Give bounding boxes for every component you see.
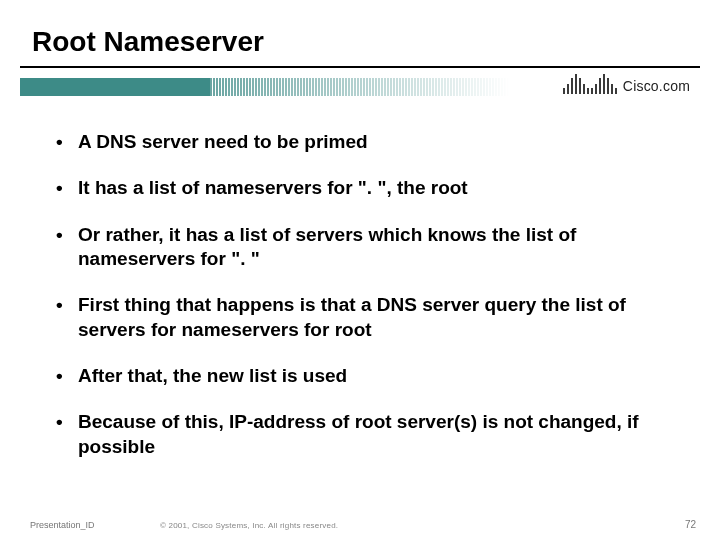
logo-bar — [615, 88, 617, 94]
logo-bar — [575, 74, 577, 94]
presentation-id: Presentation_ID — [30, 520, 95, 530]
slide-title: Root Nameserver — [32, 26, 264, 58]
logo-bar — [603, 74, 605, 94]
logo-bar — [579, 78, 581, 94]
bullet-list: A DNS server need to be primedIt has a l… — [56, 130, 666, 459]
slide: Root Nameserver Cisco.com A DNS server n… — [0, 0, 720, 540]
copyright-text: © 2001, Cisco Systems, Inc. All rights r… — [160, 521, 338, 530]
logo-bar — [563, 88, 565, 94]
logo-bar — [583, 84, 585, 94]
bullet-item: First thing that happens is that a DNS s… — [56, 293, 666, 342]
cisco-logo-bars-icon — [563, 74, 617, 94]
page-number: 72 — [685, 519, 696, 530]
bullet-item: Or rather, it has a list of servers whic… — [56, 223, 666, 272]
brand-band-solid — [20, 78, 210, 96]
content-area: A DNS server need to be primedIt has a l… — [56, 130, 666, 481]
logo-bar — [587, 88, 589, 94]
logo-bar — [567, 84, 569, 94]
cisco-logo-text: Cisco.com — [623, 78, 690, 94]
bullet-item: After that, the new list is used — [56, 364, 666, 388]
logo-bar — [611, 84, 613, 94]
logo-bar — [599, 78, 601, 94]
title-underline — [20, 66, 700, 68]
logo-bar — [595, 84, 597, 94]
logo-bar — [591, 88, 593, 94]
logo-bar — [571, 78, 573, 94]
bullet-item: It has a list of nameservers for ". ", t… — [56, 176, 666, 200]
footer: Presentation_ID © 2001, Cisco Systems, I… — [0, 512, 720, 530]
bullet-item: Because of this, IP-address of root serv… — [56, 410, 666, 459]
logo-bar — [607, 78, 609, 94]
bullet-item: A DNS server need to be primed — [56, 130, 666, 154]
cisco-logo: Cisco.com — [563, 74, 690, 94]
brand-band-gradient — [210, 78, 510, 96]
